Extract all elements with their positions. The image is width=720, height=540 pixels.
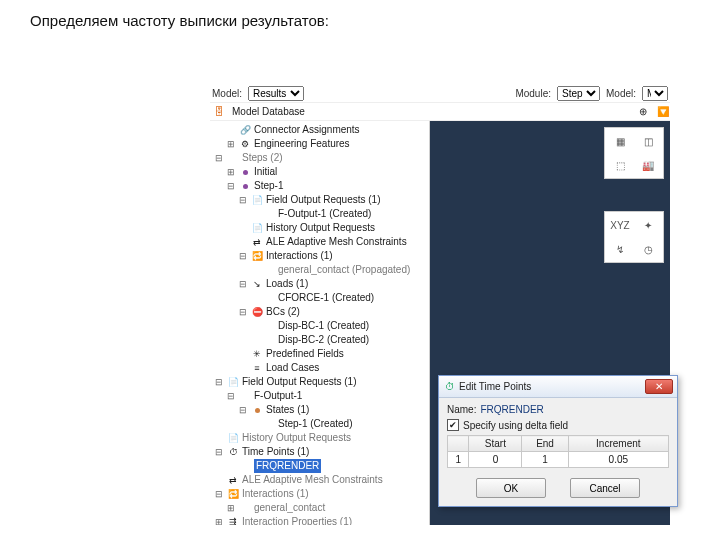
cell-increment[interactable]: 0.05 bbox=[568, 452, 668, 468]
tree-item[interactable]: ⊟Step-1 bbox=[214, 179, 427, 193]
tree-twist-icon[interactable]: ⊞ bbox=[226, 165, 236, 179]
tool-icon-6[interactable]: ✦ bbox=[635, 214, 661, 236]
tree-item[interactable]: ⊞general_contact bbox=[214, 501, 427, 515]
tree-twist-icon[interactable]: ⊟ bbox=[214, 445, 224, 459]
tree-item[interactable]: 🔗Connector Assignments bbox=[214, 123, 427, 137]
cell-end[interactable]: 1 bbox=[522, 452, 568, 468]
dialog-icon: ⏱ bbox=[445, 381, 455, 392]
tree-item[interactable]: ⊟🔁Interactions (1) bbox=[214, 249, 427, 263]
tree-item-label: Step-1 (Created) bbox=[278, 417, 352, 431]
viewport-tools-top: ▦ ◫ ⬚ 🏭 bbox=[604, 127, 664, 179]
tree-item-label: FRQRENDER bbox=[254, 459, 321, 473]
ok-button[interactable]: OK bbox=[476, 478, 546, 498]
tree-item-label: Field Output Requests (1) bbox=[266, 193, 381, 207]
tree-twist-icon[interactable]: ⊞ bbox=[226, 137, 236, 151]
tree-item[interactable]: Disp-BC-1 (Created) bbox=[214, 319, 427, 333]
tree-item[interactable]: 📄History Output Requests bbox=[214, 221, 427, 235]
tool-icon-7[interactable]: ↯ bbox=[607, 238, 633, 260]
module-select[interactable]: Step bbox=[557, 86, 600, 101]
tree-item-label: Interactions (1) bbox=[242, 487, 309, 501]
tree-twist-icon[interactable]: ⊞ bbox=[226, 501, 236, 515]
tree-item[interactable]: F-Output-1 (Created) bbox=[214, 207, 427, 221]
tree-item[interactable]: ≡Load Cases bbox=[214, 361, 427, 375]
model-select[interactable]: Results bbox=[248, 86, 304, 101]
tree-item[interactable]: ⊞Initial bbox=[214, 165, 427, 179]
cell-start[interactable]: 0 bbox=[469, 452, 522, 468]
tree-node-icon bbox=[239, 390, 251, 402]
tree-item[interactable]: ⊟↘Loads (1) bbox=[214, 277, 427, 291]
tree-twist-icon[interactable]: ⊟ bbox=[214, 151, 224, 165]
tree-node-icon bbox=[227, 152, 239, 164]
col-index bbox=[448, 436, 469, 452]
tree-twist-icon[interactable]: ⊟ bbox=[238, 277, 248, 291]
tree-item[interactable]: Disp-BC-2 (Created) bbox=[214, 333, 427, 347]
model-label: Model: bbox=[212, 88, 242, 99]
tree-item[interactable]: ⊟🔁Interactions (1) bbox=[214, 487, 427, 501]
tree-item-label: Connector Assignments bbox=[254, 123, 360, 137]
cancel-button[interactable]: Cancel bbox=[570, 478, 640, 498]
tool-icon-1[interactable]: ▦ bbox=[607, 130, 633, 152]
tree-item-label: Steps (2) bbox=[242, 151, 283, 165]
database-icon: 🗄 bbox=[212, 105, 226, 119]
tree-node-icon: ⇄ bbox=[227, 474, 239, 486]
tree-twist-icon[interactable]: ⊞ bbox=[214, 515, 224, 525]
tree-item[interactable]: 📄History Output Requests bbox=[214, 431, 427, 445]
tree-item[interactable]: ⊟📄Field Output Requests (1) bbox=[214, 193, 427, 207]
tree-twist-icon[interactable]: ⊟ bbox=[238, 305, 248, 319]
tree-item[interactable]: ⊟F-Output-1 bbox=[214, 389, 427, 403]
tree-item[interactable]: ⇄ALE Adaptive Mesh Constraints bbox=[214, 473, 427, 487]
filter-icon[interactable]: 🔽 bbox=[656, 105, 670, 119]
tool-icon-2[interactable]: ◫ bbox=[635, 130, 661, 152]
tree-item[interactable]: ⊟States (1) bbox=[214, 403, 427, 417]
tree-node-icon: ↘ bbox=[251, 278, 263, 290]
tree-node-icon: ⇄ bbox=[251, 236, 263, 248]
close-icon[interactable]: ✕ bbox=[645, 379, 673, 394]
tree-item[interactable]: general_contact (Propagated) bbox=[214, 263, 427, 277]
tree-twist-icon[interactable]: ⊟ bbox=[238, 403, 248, 417]
specify-checkbox[interactable]: ✔ bbox=[447, 419, 459, 431]
tool-icon-3[interactable]: ⬚ bbox=[607, 154, 633, 176]
tree-item-label: Disp-BC-1 (Created) bbox=[278, 319, 369, 333]
tree-twist-icon[interactable]: ⊟ bbox=[238, 193, 248, 207]
tree-item-label: F-Output-1 (Created) bbox=[278, 207, 371, 221]
model-tree[interactable]: 🔗Connector Assignments⊞⚙Engineering Feat… bbox=[210, 121, 430, 525]
tree-item-label: CFORCE-1 (Created) bbox=[278, 291, 374, 305]
tree-twist-icon[interactable]: ⊟ bbox=[226, 179, 236, 193]
tree-item[interactable]: CFORCE-1 (Created) bbox=[214, 291, 427, 305]
tree-item-label: BCs (2) bbox=[266, 305, 300, 319]
tool-icon-8[interactable]: ◷ bbox=[635, 238, 661, 260]
table-row[interactable]: 1 0 1 0.05 bbox=[448, 452, 669, 468]
tree-item-label: general_contact (Propagated) bbox=[278, 263, 410, 277]
tree-twist-icon[interactable]: ⊟ bbox=[214, 487, 224, 501]
tree-item[interactable]: ⊟⏱Time Points (1) bbox=[214, 445, 427, 459]
tree-twist-icon[interactable]: ⊟ bbox=[226, 389, 236, 403]
edit-time-points-dialog: ⏱ Edit Time Points ✕ Name: FRQRENDER ✔ S… bbox=[438, 375, 678, 507]
dialog-titlebar[interactable]: ⏱ Edit Time Points ✕ bbox=[439, 376, 677, 398]
tree-item[interactable]: ⊟📄Field Output Requests (1) bbox=[214, 375, 427, 389]
tree-item[interactable]: ⊟⛔BCs (2) bbox=[214, 305, 427, 319]
tree-node-icon bbox=[239, 180, 251, 192]
tree-item[interactable]: ⊞⇶Interaction Properties (1) bbox=[214, 515, 427, 525]
tree-item[interactable]: ⊟Steps (2) bbox=[214, 151, 427, 165]
model2-label: Model: bbox=[606, 88, 636, 99]
tree-twist-icon[interactable]: ⊟ bbox=[214, 375, 224, 389]
tree-item[interactable]: ✳Predefined Fields bbox=[214, 347, 427, 361]
time-points-table[interactable]: Start End Increment 1 0 1 0.05 bbox=[447, 435, 669, 468]
tree-item[interactable]: ⊞⚙Engineering Features bbox=[214, 137, 427, 151]
expand-icon[interactable]: ⊕ bbox=[636, 105, 650, 119]
tree-item-label: History Output Requests bbox=[266, 221, 375, 235]
tree-header-title: Model Database bbox=[232, 106, 305, 117]
dialog-title: Edit Time Points bbox=[459, 381, 531, 392]
tree-item[interactable]: ⇄ALE Adaptive Mesh Constraints bbox=[214, 235, 427, 249]
tree-item-label: Interactions (1) bbox=[266, 249, 333, 263]
module-label: Module: bbox=[515, 88, 551, 99]
tool-icon-5[interactable]: XYZ bbox=[607, 214, 633, 236]
model2-select[interactable]: M bbox=[642, 86, 668, 101]
tree-item-label: Disp-BC-2 (Created) bbox=[278, 333, 369, 347]
tree-twist-icon[interactable]: ⊟ bbox=[238, 249, 248, 263]
tree-node-icon bbox=[251, 404, 263, 416]
tree-item[interactable]: FRQRENDER bbox=[214, 459, 427, 473]
tree-item[interactable]: Step-1 (Created) bbox=[214, 417, 427, 431]
tool-icon-4[interactable]: 🏭 bbox=[635, 154, 661, 176]
tree-node-icon bbox=[239, 502, 251, 514]
